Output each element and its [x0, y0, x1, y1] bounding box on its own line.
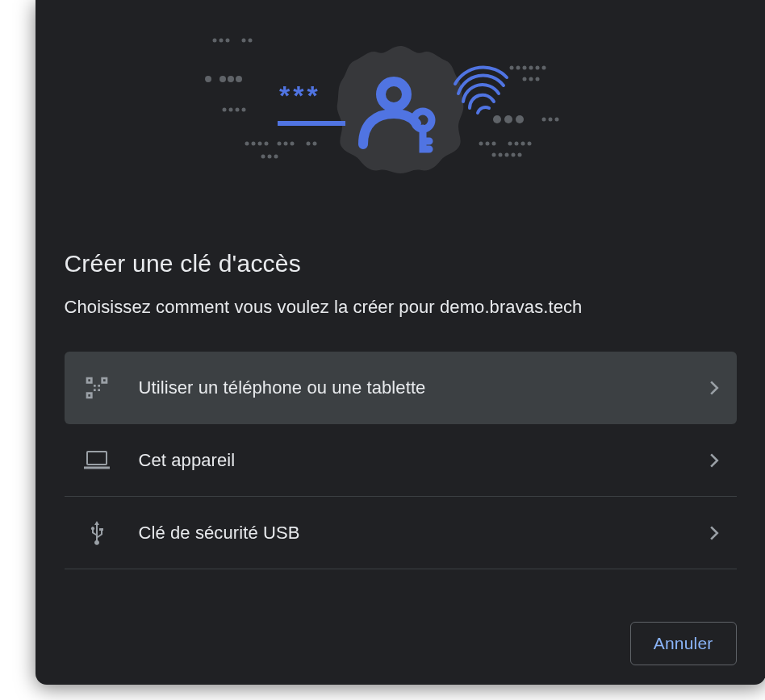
svg-rect-57 [98, 385, 100, 387]
svg-point-42 [549, 118, 553, 122]
svg-point-41 [542, 118, 546, 122]
svg-point-20 [265, 142, 269, 146]
dialog-subtitle: Choisissez comment vous voulez la créer … [65, 297, 737, 318]
svg-point-17 [245, 142, 249, 146]
hero-illustration: *** [36, 0, 766, 218]
svg-point-9 [205, 76, 211, 82]
svg-point-53 [505, 153, 509, 157]
svg-point-12 [236, 76, 242, 82]
usb-icon [82, 519, 111, 547]
svg-point-40 [516, 115, 524, 123]
svg-point-4 [213, 39, 217, 43]
svg-point-14 [229, 108, 233, 112]
svg-point-49 [521, 142, 525, 146]
svg-point-36 [529, 77, 533, 81]
svg-point-48 [515, 142, 519, 146]
svg-point-24 [307, 142, 311, 146]
svg-rect-58 [94, 389, 96, 391]
svg-point-26 [261, 155, 265, 159]
svg-point-37 [536, 77, 540, 81]
option-label: Cet appareil [139, 450, 682, 471]
chevron-right-icon [709, 526, 719, 540]
svg-point-50 [528, 142, 532, 146]
svg-point-25 [313, 142, 317, 146]
svg-point-38 [493, 115, 501, 123]
option-this-device[interactable]: Cet appareil [65, 424, 737, 497]
svg-point-21 [278, 142, 282, 146]
qr-device-icon [82, 375, 111, 401]
dialog-footer: Annuler [630, 622, 737, 665]
svg-point-33 [536, 66, 540, 70]
svg-point-23 [291, 142, 295, 146]
cancel-button[interactable]: Annuler [630, 622, 737, 665]
svg-point-52 [499, 153, 503, 157]
svg-point-43 [555, 118, 559, 122]
svg-rect-3 [278, 121, 345, 126]
svg-text:***: *** [279, 80, 321, 110]
passkey-create-dialog: *** [36, 0, 766, 685]
svg-point-19 [258, 142, 262, 146]
svg-point-27 [268, 155, 272, 159]
svg-point-31 [523, 66, 527, 70]
svg-point-32 [529, 66, 533, 70]
svg-point-10 [219, 76, 226, 82]
svg-point-39 [504, 115, 512, 123]
svg-point-6 [226, 39, 230, 43]
svg-point-34 [542, 66, 546, 70]
svg-point-44 [479, 142, 483, 146]
dialog-content: Créer une clé d'accès Choisissez comment… [36, 250, 766, 569]
svg-rect-59 [98, 389, 100, 391]
passkey-hero-svg: *** [190, 16, 610, 202]
laptop-icon [82, 450, 111, 471]
passkey-options-list: Utiliser un téléphone ou une tablette Ce… [65, 352, 737, 569]
svg-point-11 [228, 76, 234, 82]
svg-point-51 [492, 153, 496, 157]
chevron-right-icon [709, 453, 719, 468]
svg-point-15 [236, 108, 240, 112]
option-label: Clé de sécurité USB [139, 523, 682, 544]
chevron-right-icon [709, 381, 719, 395]
svg-rect-60 [87, 452, 107, 465]
svg-point-55 [518, 153, 522, 157]
svg-point-28 [274, 155, 278, 159]
svg-point-29 [510, 66, 514, 70]
option-phone-tablet[interactable]: Utiliser un téléphone ou une tablette [65, 352, 737, 424]
svg-point-18 [252, 142, 256, 146]
svg-point-47 [508, 142, 512, 146]
svg-point-54 [512, 153, 516, 157]
svg-point-5 [219, 39, 224, 43]
dialog-title: Créer une clé d'accès [65, 250, 737, 277]
svg-point-30 [516, 66, 520, 70]
option-label: Utiliser un téléphone ou une tablette [139, 377, 682, 398]
svg-point-22 [284, 142, 288, 146]
svg-point-35 [523, 77, 527, 81]
svg-point-13 [223, 108, 227, 112]
svg-point-46 [492, 142, 496, 146]
svg-point-8 [249, 39, 253, 43]
svg-point-16 [242, 108, 246, 112]
svg-point-45 [486, 142, 490, 146]
svg-rect-56 [94, 385, 96, 387]
svg-point-7 [242, 39, 246, 43]
option-usb-key[interactable]: Clé de sécurité USB [65, 497, 737, 569]
